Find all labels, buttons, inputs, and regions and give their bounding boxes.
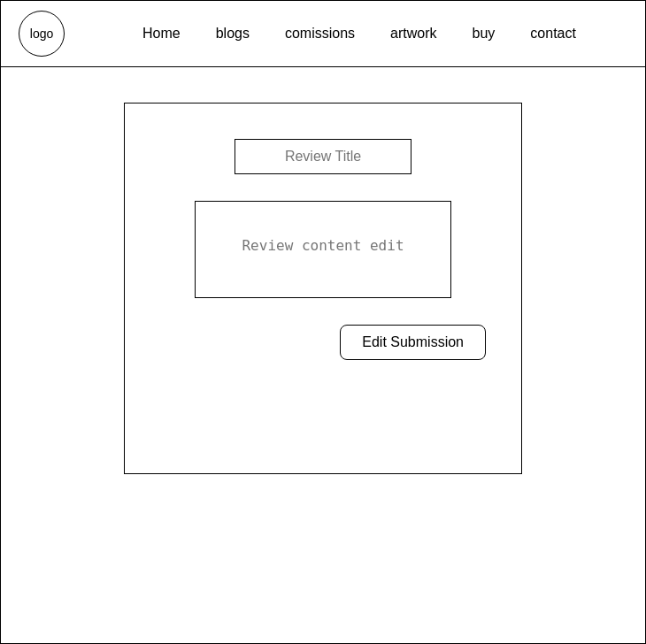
nav-item-home[interactable]: Home	[142, 26, 181, 42]
nav-item-buy[interactable]: buy	[473, 26, 496, 42]
nav-link-artwork[interactable]: artwork	[390, 26, 436, 41]
review-content-textarea[interactable]	[195, 201, 451, 298]
logo[interactable]: logo	[19, 11, 65, 57]
logo-label: logo	[30, 27, 53, 41]
edit-submission-button[interactable]: Edit Submission	[340, 325, 486, 360]
nav-links: Home blogs comissions artwork buy contac…	[91, 26, 627, 42]
nav-link-contact[interactable]: contact	[530, 26, 576, 41]
nav-item-commissions[interactable]: comissions	[285, 26, 355, 42]
nav-item-blogs[interactable]: blogs	[216, 26, 250, 42]
nav-link-buy[interactable]: buy	[473, 26, 496, 41]
nav-link-home[interactable]: Home	[142, 26, 181, 41]
nav-link-blogs[interactable]: blogs	[216, 26, 250, 41]
review-title-input[interactable]	[235, 139, 411, 174]
navbar: logo Home blogs comissions artwork buy c…	[1, 1, 645, 67]
nav-item-contact[interactable]: contact	[530, 26, 576, 42]
nav-item-artwork[interactable]: artwork	[390, 26, 436, 42]
edit-form-container: Edit Submission	[124, 103, 522, 474]
nav-link-commissions[interactable]: comissions	[285, 26, 355, 41]
main-content: Edit Submission	[1, 67, 645, 510]
